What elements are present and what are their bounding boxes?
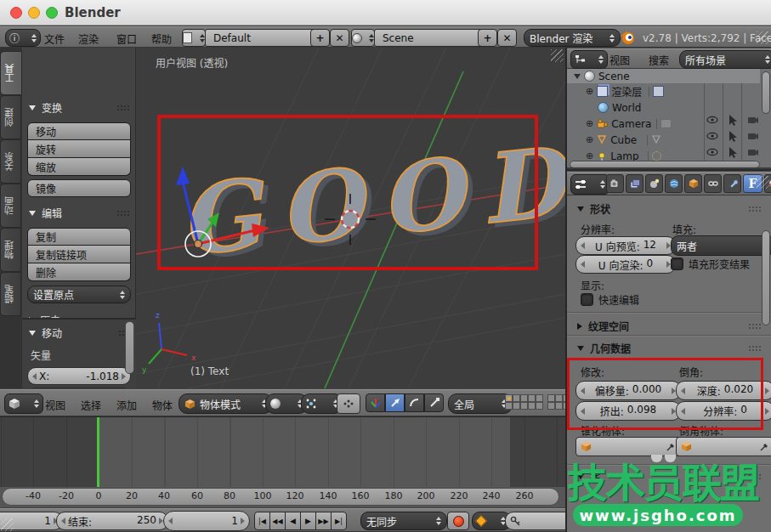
eyedropper-icon[interactable] xyxy=(666,442,676,452)
frame-end-field[interactable]: 结束:250 xyxy=(56,512,168,530)
editor-type-properties-button[interactable] xyxy=(570,174,609,195)
minimize-window-button[interactable] xyxy=(28,7,40,19)
editor-type-outliner-button[interactable] xyxy=(570,50,608,69)
duplicate-button[interactable]: 复制 xyxy=(27,228,131,246)
layer-cell[interactable] xyxy=(536,394,543,402)
layer-cell[interactable] xyxy=(528,402,536,410)
taper-object-picker[interactable] xyxy=(575,437,681,456)
collapse-icon[interactable] xyxy=(574,74,581,79)
timeline-ruler[interactable]: -40 -20 0 20 40 60 80 100 120 140 160 18… xyxy=(0,487,565,507)
stepper-right-icon[interactable] xyxy=(122,373,126,380)
auto-keyframe-record-button[interactable] xyxy=(447,512,469,530)
item-label[interactable]: 渲染层 xyxy=(611,84,642,99)
layer-cell[interactable] xyxy=(547,394,555,402)
tab-scene[interactable] xyxy=(645,174,663,193)
tab-render[interactable] xyxy=(606,174,624,193)
tab-tools[interactable]: 工具 xyxy=(0,51,22,95)
manipulator-toggle-rotate[interactable] xyxy=(405,393,424,412)
tool-shelf-scrollbar[interactable] xyxy=(125,321,134,374)
ruler-scrollbar[interactable] xyxy=(2,488,559,506)
editor-type-info-button[interactable]: ⓘ xyxy=(5,29,41,47)
fast-edit-checkbox[interactable] xyxy=(581,293,593,306)
mirror-button[interactable]: 镜像 xyxy=(27,179,131,197)
transform-orientation-dropdown[interactable]: 全局 xyxy=(448,393,513,414)
panel-header-texture-space[interactable]: 纹理空间 xyxy=(577,319,761,333)
set-origin-dropdown[interactable]: 设置原点 xyxy=(27,286,131,303)
add-scene-button[interactable]: + xyxy=(478,29,497,47)
screen-layout-icon-button[interactable] xyxy=(182,29,206,47)
play-button[interactable]: ▶ xyxy=(300,512,316,530)
layer-cell[interactable] xyxy=(555,402,563,410)
render-engine-dropdown[interactable]: Blender 渲染 xyxy=(524,29,621,47)
layer-cell[interactable] xyxy=(520,402,528,410)
scale-button[interactable]: 缩放 xyxy=(27,158,131,176)
play-reverse-button[interactable]: ◀ xyxy=(285,512,301,530)
manipulate-center-points-toggle[interactable] xyxy=(337,393,360,414)
properties-scrollbar[interactable] xyxy=(762,230,770,325)
scene-icon-button[interactable] xyxy=(351,29,375,47)
manipulator-toggle-translate[interactable] xyxy=(385,393,405,412)
move-button[interactable]: 移动 xyxy=(27,122,131,140)
stepper-right-icon[interactable] xyxy=(241,518,245,524)
tab-grease-pencil[interactable]: 蜡笔 xyxy=(0,272,21,316)
menu-add[interactable]: 添加 xyxy=(116,398,137,412)
menu-file[interactable]: 文件 xyxy=(44,31,65,46)
delete-scene-button[interactable]: ✕ xyxy=(497,29,517,47)
corner-resize-grip[interactable] xyxy=(757,31,769,44)
editor-type-3dview-button[interactable] xyxy=(4,393,43,414)
layer-cell[interactable] xyxy=(505,402,513,410)
panel-grip-icon[interactable] xyxy=(748,323,761,329)
preview-u-field[interactable]: U 向预览:12 xyxy=(575,236,676,255)
jump-to-start-button[interactable]: |◀ xyxy=(254,512,270,530)
corner-resize-grip[interactable] xyxy=(757,176,769,189)
expand-plus-icon[interactable]: ⊕ xyxy=(586,118,593,129)
fill-deformed-checkbox-row[interactable]: 填充形变结果 xyxy=(671,257,750,271)
panel-header-shape[interactable]: 形状 xyxy=(577,201,761,216)
previous-keyframe-button[interactable]: ◀◀ xyxy=(269,512,286,530)
render-u-field[interactable]: U 向渲染:0 xyxy=(575,255,676,274)
tab-render-layers[interactable] xyxy=(626,174,643,193)
tab-object[interactable] xyxy=(684,174,702,193)
bevel-object-picker[interactable] xyxy=(676,437,771,456)
mode-dropdown[interactable]: 物体模式 xyxy=(179,393,273,414)
jump-to-end-button[interactable]: ▶| xyxy=(331,512,347,530)
scene-name-field[interactable]: Scene xyxy=(374,29,486,47)
fast-edit-checkbox-row[interactable]: 快速编辑 xyxy=(581,292,639,307)
rotate-button[interactable]: 旋转 xyxy=(27,140,131,158)
panel-grip-icon[interactable] xyxy=(748,206,761,212)
corner-resize-grip[interactable] xyxy=(1,518,14,531)
item-label[interactable]: Scene xyxy=(598,71,630,82)
outliner-filter-dropdown[interactable]: 所有场景 xyxy=(679,50,771,69)
close-window-button[interactable] xyxy=(10,7,22,19)
layer-cell[interactable] xyxy=(520,394,528,402)
delete-layout-button[interactable]: ✕ xyxy=(330,29,349,47)
stepper-right-icon[interactable] xyxy=(765,388,769,394)
manipulator-toggle-axes[interactable] xyxy=(366,393,385,412)
item-label[interactable]: Camera xyxy=(611,118,651,130)
panel-header-geometry[interactable]: 几何数据 xyxy=(577,341,761,355)
layers-group-1[interactable] xyxy=(505,394,544,411)
panel-header-transform[interactable]: 变换 xyxy=(29,100,129,115)
tab-animation[interactable]: 动画 xyxy=(0,184,21,228)
item-label[interactable]: World xyxy=(612,102,641,114)
tab-world[interactable] xyxy=(665,174,683,193)
delete-button[interactable]: 删除 xyxy=(27,263,131,281)
tab-modifiers[interactable] xyxy=(723,174,741,193)
current-frame-line[interactable] xyxy=(97,417,99,487)
expand-plus-icon[interactable]: ⊕ xyxy=(586,86,593,97)
next-keyframe-button[interactable]: ▶▶ xyxy=(315,512,332,530)
layer-cell[interactable] xyxy=(547,402,555,410)
menu-window[interactable]: 窗口 xyxy=(116,31,137,46)
manipulator-toggle-scale[interactable] xyxy=(424,393,444,412)
menu-render[interactable]: 渲染 xyxy=(78,31,99,46)
corner-resize-grip[interactable] xyxy=(551,49,564,62)
move-x-field[interactable]: X:-1.018 xyxy=(27,367,131,385)
fill-mode-dropdown[interactable]: 两者 xyxy=(671,235,771,256)
current-frame-field[interactable]: 1 xyxy=(163,511,250,531)
outliner-horizontal-scrollbar[interactable] xyxy=(570,161,760,167)
layer-cell[interactable] xyxy=(555,394,563,402)
menu-help[interactable]: 帮助 xyxy=(151,31,172,46)
menu-select[interactable]: 选择 xyxy=(81,398,101,412)
menu-object[interactable]: 物体 xyxy=(152,398,173,412)
panel-grip-icon[interactable] xyxy=(116,105,129,110)
